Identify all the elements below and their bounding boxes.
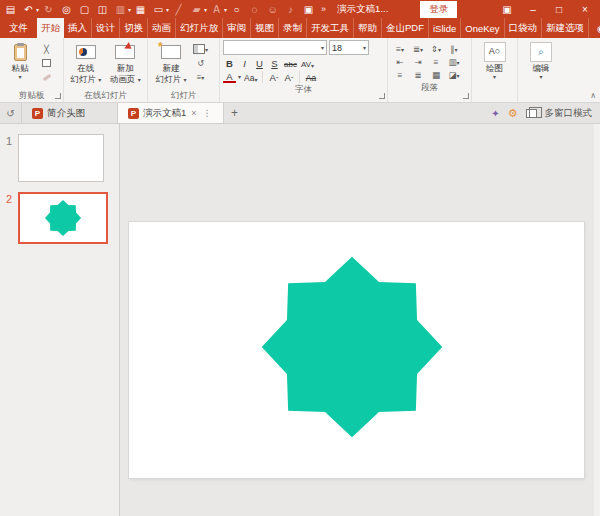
drawing-button[interactable]: A○ 绘图 ▾ xyxy=(478,40,512,81)
editing-dropdown-icon[interactable]: ▾ xyxy=(539,74,542,82)
star-shape[interactable] xyxy=(257,251,447,443)
font-color-dropdown-mini-icon[interactable]: ▾ xyxy=(238,73,241,80)
clipboard-dialog-launcher-icon[interactable] xyxy=(55,93,61,99)
slide-2-thumbnail[interactable] xyxy=(18,192,108,244)
signin-button[interactable]: 登录 xyxy=(420,1,457,18)
shrink-font-button[interactable]: Aˇ xyxy=(282,70,295,83)
section-button[interactable]: ≡▾ xyxy=(193,71,208,83)
paste-button[interactable]: 粘贴 ▾ xyxy=(3,40,37,81)
highlighter-icon[interactable]: ▰ xyxy=(188,1,205,17)
underline-button[interactable]: U xyxy=(253,56,266,69)
bullets-button[interactable]: ≡▾ xyxy=(396,44,404,54)
select-objects-icon[interactable]: ◌ xyxy=(246,1,263,17)
multi-window-label[interactable]: 多窗口模式 xyxy=(545,107,593,120)
reset-slide-button[interactable]: ↺ xyxy=(193,57,208,69)
strikethrough-button[interactable]: abc xyxy=(283,56,298,69)
oval-shape-icon[interactable]: ○ xyxy=(228,1,245,17)
slide-canvas-area[interactable] xyxy=(120,124,600,516)
align-left-button[interactable]: ≡ xyxy=(434,57,439,67)
font-dialog-launcher-icon[interactable] xyxy=(379,93,385,99)
new-document-icon[interactable]: ▢ xyxy=(76,1,93,17)
slide-master-dropdown-icon[interactable]: ▾ xyxy=(166,6,169,13)
session-restore-icon[interactable]: ↺ xyxy=(0,103,22,123)
copy-mini-icon[interactable] xyxy=(39,57,54,69)
columns-button[interactable]: ▥▾ xyxy=(448,57,459,67)
new-doc-tab-icon[interactable]: + xyxy=(224,103,246,123)
text-shadow-button[interactable]: S xyxy=(268,56,281,69)
cut-icon[interactable]: ╳ xyxy=(39,43,54,55)
smartart-convert-button[interactable]: ◪▾ xyxy=(448,70,459,80)
pen-icon[interactable]: ╱ xyxy=(170,1,187,17)
grow-font-button[interactable]: Aˆ xyxy=(267,70,280,83)
increase-indent-button[interactable]: ⇥ xyxy=(414,57,421,67)
collapse-ribbon-icon[interactable]: ∧ xyxy=(590,91,596,100)
align-center-button[interactable]: ≡ xyxy=(398,70,403,80)
laser-pointer-icon[interactable]: ◎ xyxy=(58,1,75,17)
tab-record[interactable]: 录制 xyxy=(279,18,307,38)
tab-home[interactable]: 开始 xyxy=(37,18,64,38)
tab-review[interactable]: 审阅 xyxy=(223,18,251,38)
tab-help[interactable]: 帮助 xyxy=(354,18,382,38)
align-text-button[interactable]: ≣ xyxy=(414,70,421,80)
undo-dropdown-icon[interactable]: ▾ xyxy=(36,6,39,13)
font-name-combo[interactable]: ▾ xyxy=(223,40,327,55)
tab-jinshan-pdf[interactable]: 金山PDF xyxy=(382,18,429,38)
tab-transitions[interactable]: 切换 xyxy=(120,18,148,38)
format-painter-icon[interactable] xyxy=(39,71,54,83)
print-preview-icon[interactable]: ◫ xyxy=(94,1,111,17)
text-direction-button[interactable]: ∥▾ xyxy=(450,44,457,54)
doc-tab-more-icon[interactable]: ⋮ xyxy=(202,108,213,118)
font-color-button[interactable]: A xyxy=(223,70,236,83)
doc-tab-close-icon[interactable]: × xyxy=(190,108,197,118)
tab-new-tab[interactable]: 新建选项 xyxy=(542,18,589,38)
layout-button[interactable]: ▾ xyxy=(193,43,208,55)
maximize-icon[interactable]: □ xyxy=(546,0,572,18)
copy-slide-dropdown-icon[interactable]: ▾ xyxy=(128,6,131,13)
slide-thumbnail-panel[interactable]: 1 2 xyxy=(0,124,120,516)
tab-slideshow[interactable]: 幻灯片放 xyxy=(176,18,223,38)
tell-me-button[interactable]: ◉ 告诉我 xyxy=(589,18,600,38)
paragraph-dialog-launcher-icon[interactable] xyxy=(463,93,469,99)
redo-icon[interactable]: ↻ xyxy=(40,1,57,17)
tab-design[interactable]: 设计 xyxy=(92,18,120,38)
highlighter-dropdown-icon[interactable]: ▾ xyxy=(204,6,207,13)
online-slides-dropdown-icon[interactable]: ▾ xyxy=(98,77,101,83)
slide-master-icon[interactable]: ▭ xyxy=(150,1,167,17)
font-size-combo[interactable]: 18▾ xyxy=(329,40,369,55)
drawing-dropdown-icon[interactable]: ▾ xyxy=(493,74,496,82)
doc-tab-presentation1[interactable]: P 演示文稿1 × ⋮ xyxy=(118,103,224,123)
vertical-scrollbar[interactable] xyxy=(594,124,600,516)
slide-page[interactable] xyxy=(129,222,584,478)
copy-icon[interactable]: ▣ xyxy=(300,1,317,17)
italic-button[interactable]: I xyxy=(238,56,251,69)
copy-slide-icon[interactable]: ▥ xyxy=(112,1,129,17)
font-size-dropdown-icon[interactable]: ▾ xyxy=(363,44,366,51)
paste-dropdown-icon[interactable]: ▾ xyxy=(18,74,21,82)
tab-pocket-animation[interactable]: 口袋动 xyxy=(505,18,543,38)
new-animation-dropdown-icon[interactable]: ▾ xyxy=(138,77,141,83)
ribbon-display-options-icon[interactable]: ▣ xyxy=(494,0,520,18)
gear-icon[interactable]: ⚙ xyxy=(508,107,518,120)
bold-button[interactable]: B xyxy=(223,56,236,69)
tab-developer[interactable]: 开发工具 xyxy=(307,18,354,38)
magic-wand-icon[interactable]: ✦ xyxy=(491,108,499,119)
online-slides-button[interactable]: 在线 幻灯片 ▾ xyxy=(67,40,105,84)
decrease-indent-button[interactable]: ⇤ xyxy=(396,57,403,67)
slide-1-thumbnail[interactable] xyxy=(18,134,104,182)
tab-animations[interactable]: 动画 xyxy=(148,18,176,38)
person-icon[interactable]: ☺ xyxy=(264,1,281,17)
change-case-button[interactable]: Aa▾ xyxy=(243,70,258,83)
tab-file[interactable]: 文件 xyxy=(0,18,37,38)
sound-icon[interactable]: ♪ xyxy=(282,1,299,17)
close-icon[interactable]: × xyxy=(572,0,598,18)
character-spacing-button[interactable]: AV▾ xyxy=(300,56,315,69)
tab-onekey[interactable]: OneKey xyxy=(461,18,504,38)
editing-button[interactable]: ⌕ 编辑 ▾ xyxy=(524,40,558,81)
table-icon[interactable]: ▦ xyxy=(132,1,149,17)
minimize-icon[interactable]: – xyxy=(520,0,546,18)
doc-tab-intro[interactable]: P 简介头图 xyxy=(22,103,118,123)
new-animation-page-button[interactable]: 新加 动画页 ▾ xyxy=(107,40,145,84)
multi-window-icon[interactable] xyxy=(526,109,537,118)
clear-formatting-button[interactable]: Aa xyxy=(304,70,317,83)
save-icon[interactable]: ▤ xyxy=(2,1,19,17)
